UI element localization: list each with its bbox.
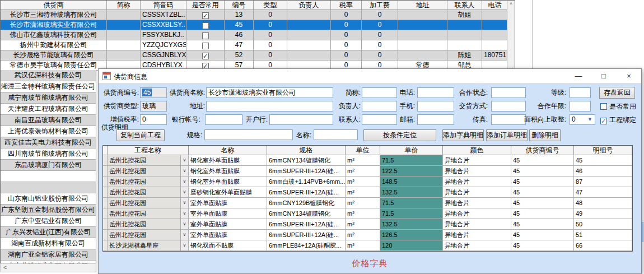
supplier-row[interactable]: 长沙晟格节能玻璃有限公司CSSGJNBLYXGS52000陈姐180751 [1,50,515,61]
column-header[interactable]: 颜色 [443,146,511,155]
area-round-up-dropdown[interactable]: 0▼ [570,114,595,125]
list-item[interactable]: 湖南广亚全铝家居有限公司 [1,249,96,261]
list-item[interactable]: 西安佳吉美电力科技有限公司 [1,137,96,148]
address-field[interactable] [206,101,333,112]
row-header[interactable] [103,240,108,251]
list-item[interactable] [1,182,96,193]
chevron-down-icon[interactable]: ∨ [180,230,188,240]
list-item[interactable]: 咸宁南玻节能玻璃有限公司 [1,92,96,104]
supplier-table-vertical-scrollbar[interactable]: ^ [507,1,515,69]
detail-row[interactable]: 岳州北控花园∨室外单面贴膜6mmSUPER-III+12A(硅...m²132.… [103,219,632,230]
column-header[interactable]: 供货商 [1,1,107,10]
column-header[interactable]: 是否常用 [186,1,225,10]
column-header[interactable]: 电话 [482,1,508,10]
detail-row[interactable]: 岳州北控花园∨室外单面贴膜6mmCNY134镀膜钢化m²71.5异地合片4549 [103,208,632,219]
chevron-down-icon[interactable]: ∨ [180,166,188,176]
row-header[interactable] [103,166,108,177]
cell-project[interactable]: 长沙龙湖祺鑫星座∨ [108,240,189,251]
maximize-button[interactable]: □ [592,69,615,83]
supplier-no-field[interactable]: 45 [140,87,167,98]
chevron-down-icon[interactable]: ▼ [586,115,594,124]
add-order-detail-button[interactable]: 添加订单明细 [486,129,528,141]
vat-rate-field[interactable]: 0 [140,114,167,125]
cell-project[interactable]: 岳州北控花园∨ [108,230,189,240]
list-item[interactable]: 湖南百成新材料有限公司 [1,238,96,249]
add-dictionary-detail-button[interactable]: 添加字典明细 [442,129,484,141]
checkbox-icon[interactable] [600,118,607,124]
chevron-down-icon[interactable]: ∨ [180,177,188,187]
detail-row[interactable]: 岳州北控花园∨钢化室外单面贴膜6mmCNY134镀膜钢化m²71.5异地合片45… [103,155,632,166]
spec-filter-input[interactable] [204,129,293,140]
chevron-down-icon[interactable]: ∨ [180,198,188,208]
minimize-button[interactable]: — [567,69,590,83]
chevron-down-icon[interactable]: ∨ [180,240,188,250]
list-item[interactable]: 上海优泰装饰材料有限公司 [1,126,96,137]
chevron-down-icon[interactable]: ∨ [180,219,188,229]
checkbox-icon[interactable] [202,32,209,39]
detail-row[interactable]: 岳州北控花园∨磨砂钢化室外单面贴膜6mmSUPER-III+12A(硅...m²… [103,187,632,198]
supplier-table-horizontal-scrollbar[interactable]: < [0,263,96,272]
supplier-type-field[interactable]: 玻璃 [140,101,167,112]
checkbox-icon[interactable] [202,22,209,29]
chevron-down-icon[interactable]: ∨ [180,187,188,197]
list-item[interactable]: 南昌亚晶玻璃有限公司 [1,115,96,126]
column-header[interactable]: 规格 [267,146,346,155]
list-item[interactable]: 东晶玻璃厦门有限公司 [1,160,96,171]
row-header[interactable] [103,187,108,198]
column-header[interactable]: 类型 [254,1,287,10]
cell-project[interactable]: 岳州北控花园∨ [108,177,189,187]
supplier-row[interactable]: 佛山市亿鑫玻璃科技有限公司FSSYXBLKJ..46000 [1,30,515,40]
column-header[interactable]: 税率 [331,1,362,10]
grade-field[interactable] [570,87,591,98]
coop-years-field[interactable] [570,101,591,112]
column-header[interactable]: 单价 [380,146,443,155]
list-item[interactable]: 天津耀皮工程玻璃有限公司 [1,104,96,115]
cell-project[interactable]: 岳州北控花园∨ [108,187,189,198]
detail-row[interactable]: 岳州北控花园∨室外单面贴膜6mmCNY129B镀膜钢化m²71.5异地合片454… [103,198,632,208]
coop-status-field[interactable] [491,87,526,98]
detail-row[interactable]: 岳州北控花园∨钢化室外单面贴膜6mm白玻+1.14PVB+6mm...m²148… [103,177,632,187]
row-header[interactable] [103,177,108,187]
cell-project[interactable]: 岳州北控花园∨ [108,208,189,219]
row-header[interactable] [103,155,108,166]
checkbox-icon[interactable] [600,103,607,110]
column-header[interactable]: 名称 [189,146,267,155]
save-return-button[interactable]: 存盘返回 [599,87,635,99]
row-header[interactable] [103,219,108,230]
cell-project[interactable]: 岳州北控花园∨ [108,219,189,230]
list-item[interactable]: 武汉亿深科技有限公司 [1,70,96,81]
copy-current-project-button[interactable]: 复制当前工程 [116,129,165,141]
row-header[interactable] [103,198,108,208]
supplier-row[interactable]: 长沙市三湘特种玻璃有限公司CSSSXTZBL..13000胡姐 [1,10,515,20]
cell-project[interactable]: 岳州北控花园∨ [108,198,189,208]
locate-by-condition-button[interactable]: 按条件定位 [363,129,436,141]
list-item[interactable]: 山东南山铝业股份有限公司 [1,193,96,205]
column-header[interactable]: 编号 [225,1,254,10]
scroll-up-icon[interactable]: ^ [507,1,515,9]
close-button[interactable]: × [617,69,641,83]
list-item[interactable]: 广东坚朗五金制品股份有限公司 [1,205,96,216]
column-header[interactable]: 加工费 [362,1,398,10]
column-header[interactable]: 负责人 [287,1,331,10]
supplier-row[interactable]: 长沙市潇湘玻璃实业有限公司CSSXXBLSY..45000 [1,20,515,30]
detail-row[interactable]: 长沙龙湖祺鑫星座∨钢化双面不贴膜6mmPLE84+12A(硅酮胶...m²120… [103,240,632,251]
row-header[interactable] [103,230,108,240]
common-use-checkbox[interactable]: 是否常用 [600,101,636,112]
project-bind-checkbox[interactable]: 工程绑定 [600,115,636,125]
column-header[interactable]: 简称 [107,1,141,10]
dialog-titlebar[interactable]: 供货商信息 — □ × [99,69,641,83]
list-item[interactable]: 广东兴发铝业(江西)有限公司 [1,227,96,238]
column-header[interactable]: 联系人 [447,1,482,10]
name-filter-input[interactable] [314,129,358,140]
scroll-left-icon[interactable]: < [1,264,10,272]
supplier-name-field[interactable]: 长沙市潇湘玻璃实业有限公司 [206,87,333,98]
list-item[interactable]: 湘潭三金特种玻璃有限责任公司 [1,81,96,92]
supplier-row[interactable]: 扬州中勤建材有限公司YZZQJCYXGS47000 [1,40,515,50]
list-item[interactable]: 四川南玻节能玻璃有限公司 [1,148,96,160]
column-header[interactable]: 单位 [346,146,380,155]
cell-project[interactable]: 岳州北控花园∨ [108,155,189,166]
delete-detail-button[interactable]: 删除明细 [529,129,561,141]
column-header[interactable]: 明细号 [574,146,632,155]
detail-row[interactable]: 岳州北控花园∨钢化室外单面贴膜6mmSUPER-III+12A(硅...m²12… [103,166,632,177]
chevron-down-icon[interactable]: ∨ [180,208,188,219]
